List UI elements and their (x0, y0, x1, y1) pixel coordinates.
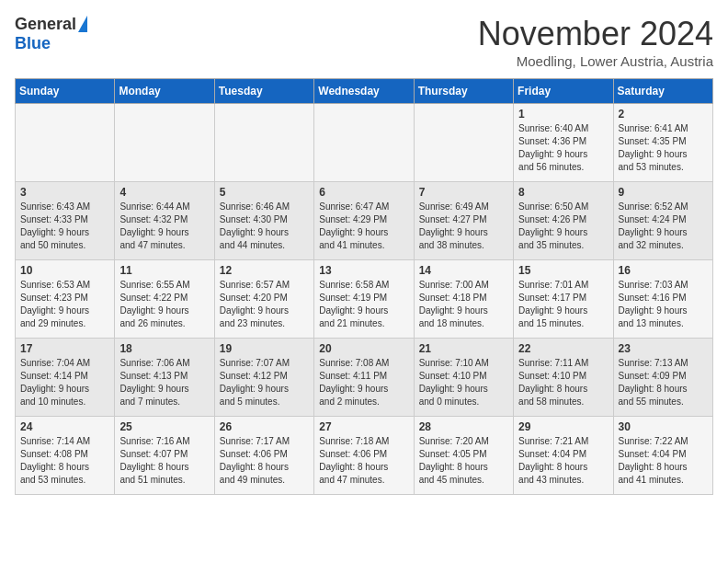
day-info: Sunrise: 6:57 AM Sunset: 4:20 PM Dayligh… (220, 280, 290, 328)
day-info: Sunrise: 6:44 AM Sunset: 4:32 PM Dayligh… (119, 201, 189, 250)
day-number: 17 (20, 342, 109, 355)
day-number: 10 (20, 264, 109, 277)
title-block: November 2024 Moedling, Lower Austria, A… (478, 15, 713, 69)
day-info: Sunrise: 7:07 AM Sunset: 4:12 PM Dayligh… (220, 358, 290, 407)
day-info: Sunrise: 6:58 AM Sunset: 4:19 PM Dayligh… (319, 280, 389, 328)
page-header: General Blue November 2024 Moedling, Low… (15, 15, 713, 69)
day-number: 4 (119, 186, 209, 199)
calendar-cell: 7Sunrise: 6:49 AM Sunset: 4:27 PM Daylig… (414, 182, 513, 260)
day-number: 14 (419, 264, 508, 277)
day-number: 22 (518, 342, 608, 355)
day-info: Sunrise: 6:50 AM Sunset: 4:26 PM Dayligh… (518, 201, 588, 250)
calendar-cell: 4Sunrise: 6:44 AM Sunset: 4:32 PM Daylig… (115, 182, 214, 260)
calendar-cell: 3Sunrise: 6:43 AM Sunset: 4:33 PM Daylig… (16, 182, 115, 260)
calendar-cell (214, 104, 313, 182)
calendar-cell: 17Sunrise: 7:04 AM Sunset: 4:14 PM Dayli… (16, 339, 115, 417)
month-title: November 2024 (478, 15, 713, 53)
day-header-thursday: Thursday (414, 79, 513, 104)
day-info: Sunrise: 7:03 AM Sunset: 4:16 PM Dayligh… (619, 280, 688, 328)
day-info: Sunrise: 6:49 AM Sunset: 4:27 PM Dayligh… (419, 201, 489, 250)
day-number: 2 (619, 108, 708, 121)
day-number: 16 (619, 264, 708, 277)
day-number: 12 (220, 264, 309, 277)
day-number: 19 (220, 342, 309, 355)
day-info: Sunrise: 6:53 AM Sunset: 4:23 PM Dayligh… (20, 280, 90, 328)
day-info: Sunrise: 7:17 AM Sunset: 4:06 PM Dayligh… (220, 436, 290, 485)
day-info: Sunrise: 7:08 AM Sunset: 4:11 PM Dayligh… (319, 358, 389, 407)
day-number: 28 (419, 420, 508, 433)
logo-blue-text: Blue (15, 34, 51, 53)
day-number: 30 (619, 420, 708, 433)
day-number: 24 (20, 420, 109, 433)
day-number: 7 (419, 186, 508, 199)
calendar-cell: 30Sunrise: 7:22 AM Sunset: 4:04 PM Dayli… (613, 417, 712, 495)
calendar-cell: 5Sunrise: 6:46 AM Sunset: 4:30 PM Daylig… (214, 182, 313, 260)
calendar-week-row: 24Sunrise: 7:14 AM Sunset: 4:08 PM Dayli… (16, 417, 713, 495)
calendar-cell (115, 104, 214, 182)
day-info: Sunrise: 7:00 AM Sunset: 4:18 PM Dayligh… (419, 280, 489, 328)
logo-general-text: General (15, 15, 76, 34)
calendar-cell: 6Sunrise: 6:47 AM Sunset: 4:29 PM Daylig… (314, 182, 414, 260)
day-number: 26 (220, 420, 309, 433)
calendar-week-row: 3Sunrise: 6:43 AM Sunset: 4:33 PM Daylig… (16, 182, 713, 260)
day-info: Sunrise: 7:13 AM Sunset: 4:09 PM Dayligh… (619, 358, 688, 407)
day-number: 21 (419, 342, 508, 355)
day-number: 3 (20, 186, 109, 199)
calendar-cell: 8Sunrise: 6:50 AM Sunset: 4:26 PM Daylig… (514, 182, 613, 260)
calendar-cell: 2Sunrise: 6:41 AM Sunset: 4:35 PM Daylig… (613, 104, 712, 182)
calendar-cell: 21Sunrise: 7:10 AM Sunset: 4:10 PM Dayli… (414, 339, 513, 417)
day-header-saturday: Saturday (613, 79, 712, 104)
calendar-cell (414, 104, 513, 182)
calendar-cell: 1Sunrise: 6:40 AM Sunset: 4:36 PM Daylig… (514, 104, 613, 182)
calendar-cell: 29Sunrise: 7:21 AM Sunset: 4:04 PM Dayli… (514, 417, 613, 495)
day-info: Sunrise: 7:22 AM Sunset: 4:04 PM Dayligh… (619, 436, 688, 485)
day-number: 18 (119, 342, 209, 355)
calendar-cell: 19Sunrise: 7:07 AM Sunset: 4:12 PM Dayli… (214, 339, 313, 417)
day-info: Sunrise: 7:18 AM Sunset: 4:06 PM Dayligh… (319, 436, 389, 485)
calendar-cell: 10Sunrise: 6:53 AM Sunset: 4:23 PM Dayli… (16, 260, 115, 339)
day-info: Sunrise: 6:47 AM Sunset: 4:29 PM Dayligh… (319, 201, 389, 250)
calendar-cell (314, 104, 414, 182)
calendar-cell: 25Sunrise: 7:16 AM Sunset: 4:07 PM Dayli… (115, 417, 214, 495)
calendar-table: SundayMondayTuesdayWednesdayThursdayFrid… (15, 78, 713, 495)
day-number: 13 (319, 264, 408, 277)
calendar-week-row: 17Sunrise: 7:04 AM Sunset: 4:14 PM Dayli… (16, 339, 713, 417)
day-number: 11 (119, 264, 209, 277)
day-number: 25 (119, 420, 209, 433)
calendar-cell: 14Sunrise: 7:00 AM Sunset: 4:18 PM Dayli… (414, 260, 513, 339)
calendar-cell: 16Sunrise: 7:03 AM Sunset: 4:16 PM Dayli… (613, 260, 712, 339)
day-info: Sunrise: 7:16 AM Sunset: 4:07 PM Dayligh… (119, 436, 189, 485)
day-info: Sunrise: 6:40 AM Sunset: 4:36 PM Dayligh… (518, 123, 588, 172)
day-info: Sunrise: 6:55 AM Sunset: 4:22 PM Dayligh… (119, 280, 189, 328)
day-info: Sunrise: 7:10 AM Sunset: 4:10 PM Dayligh… (419, 358, 489, 407)
calendar-cell: 27Sunrise: 7:18 AM Sunset: 4:06 PM Dayli… (314, 417, 414, 495)
calendar-cell: 15Sunrise: 7:01 AM Sunset: 4:17 PM Dayli… (514, 260, 613, 339)
calendar-cell (16, 104, 115, 182)
calendar-cell: 20Sunrise: 7:08 AM Sunset: 4:11 PM Dayli… (314, 339, 414, 417)
calendar-cell: 9Sunrise: 6:52 AM Sunset: 4:24 PM Daylig… (613, 182, 712, 260)
calendar-cell: 23Sunrise: 7:13 AM Sunset: 4:09 PM Dayli… (613, 339, 712, 417)
day-info: Sunrise: 7:14 AM Sunset: 4:08 PM Dayligh… (20, 436, 90, 485)
day-number: 8 (518, 186, 608, 199)
logo: General Blue (15, 15, 87, 53)
day-info: Sunrise: 7:20 AM Sunset: 4:05 PM Dayligh… (419, 436, 489, 485)
calendar-cell: 12Sunrise: 6:57 AM Sunset: 4:20 PM Dayli… (214, 260, 313, 339)
day-number: 29 (518, 420, 608, 433)
calendar-cell: 13Sunrise: 6:58 AM Sunset: 4:19 PM Dayli… (314, 260, 414, 339)
day-info: Sunrise: 7:21 AM Sunset: 4:04 PM Dayligh… (518, 436, 588, 485)
calendar-week-row: 10Sunrise: 6:53 AM Sunset: 4:23 PM Dayli… (16, 260, 713, 339)
calendar-header-row: SundayMondayTuesdayWednesdayThursdayFrid… (16, 79, 713, 104)
location-subtitle: Moedling, Lower Austria, Austria (478, 53, 713, 69)
day-number: 9 (619, 186, 708, 199)
day-info: Sunrise: 7:04 AM Sunset: 4:14 PM Dayligh… (20, 358, 90, 407)
day-info: Sunrise: 7:01 AM Sunset: 4:17 PM Dayligh… (518, 280, 588, 328)
calendar-cell: 22Sunrise: 7:11 AM Sunset: 4:10 PM Dayli… (514, 339, 613, 417)
day-number: 1 (518, 108, 608, 121)
day-info: Sunrise: 7:06 AM Sunset: 4:13 PM Dayligh… (119, 358, 189, 407)
logo-triangle-icon (78, 16, 87, 32)
day-number: 23 (619, 342, 708, 355)
day-header-friday: Friday (514, 79, 613, 104)
calendar-cell: 18Sunrise: 7:06 AM Sunset: 4:13 PM Dayli… (115, 339, 214, 417)
day-info: Sunrise: 6:41 AM Sunset: 4:35 PM Dayligh… (619, 123, 688, 172)
day-header-tuesday: Tuesday (214, 79, 313, 104)
